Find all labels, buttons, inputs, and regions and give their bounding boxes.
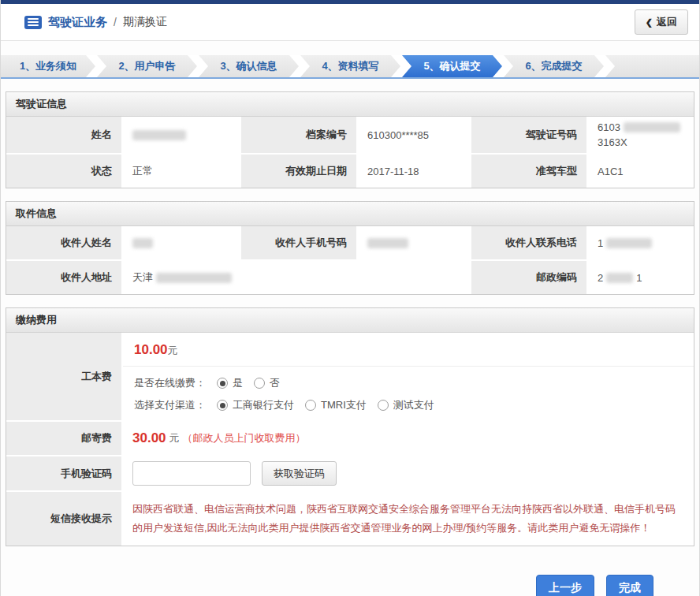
captcha-input[interactable] (132, 461, 251, 486)
breadcrumb-service: 驾驶证业务 (48, 15, 107, 30)
postage-unit: 元 (169, 431, 180, 445)
step-4-fill-data[interactable]: 4、资料填写 (300, 55, 400, 77)
postal-suffix: 1 (636, 272, 642, 284)
fee-amount: 10.00 (134, 342, 168, 357)
fee-cell: 10.00元 是否在线缴费： 是 否 选择支付渠道： (123, 333, 694, 420)
file-no-label: 档案编号 (241, 117, 356, 153)
postage-value: 30.00元 （邮政人员上门收取费用） (123, 422, 694, 455)
recipient-name-value (123, 226, 240, 259)
license-no-prefix: 6103 (598, 121, 620, 133)
expiry-value: 2017-11-18 (358, 155, 470, 188)
address-label: 收件人地址 (6, 261, 121, 294)
captcha-label: 手机验证码 (6, 456, 121, 490)
step-2-declaration[interactable]: 2、用户申告 (97, 55, 197, 77)
radio-selected-icon (217, 400, 228, 411)
pay-channel-caption: 选择支付渠道： (134, 398, 206, 412)
license-section-title: 驾驶证信息 (6, 92, 694, 117)
previous-step-button[interactable]: 上一步 (536, 575, 594, 596)
postage-note: （邮政人员上门收取费用） (183, 431, 306, 445)
payment-section: 缴纳费用 工本费 10.00元 是否在线缴费： 是 否 (6, 307, 694, 546)
step-wizard: 1、业务须知 2、用户申告 3、确认信息 4、资料填写 5、确认提交 6、完成提… (1, 55, 699, 79)
channel-tmri-label: TMRI支付 (321, 398, 367, 412)
recipient-name-label: 收件人姓名 (6, 226, 121, 259)
recipient-phone-prefix: 1 (598, 237, 603, 249)
pickup-section-title: 取件信息 (6, 202, 694, 226)
redacted-license-no (624, 122, 680, 132)
postal-code-label: 邮政编码 (471, 261, 586, 294)
chevron-left-icon: ❮ (646, 17, 653, 28)
recipient-phone-value: 1 (588, 226, 694, 259)
radio-selected-icon (217, 378, 228, 389)
breadcrumb-separator: / (114, 16, 117, 28)
postal-code-value: 2 1 (588, 261, 694, 294)
back-button-label: 返回 (657, 15, 677, 29)
online-pay-option-no[interactable]: 否 (254, 376, 280, 390)
page-header: 驾驶证业务 / 期满换证 ❮ 返回 (1, 4, 699, 41)
postage-amount: 30.00 (132, 430, 166, 446)
expiry-label: 有效期止日期 (241, 155, 356, 188)
breadcrumb: 驾驶证业务 / 期满换证 (24, 15, 167, 30)
list-icon (24, 16, 42, 29)
back-button[interactable]: ❮ 返回 (635, 9, 688, 35)
step-bar-filler (605, 55, 699, 77)
postal-prefix: 2 (598, 272, 603, 284)
fee-amount-line: 10.00元 (123, 333, 694, 367)
online-pay-row: 是否在线缴费： 是 否 (134, 376, 683, 390)
channel-option-tmri[interactable]: TMRI支付 (305, 398, 367, 412)
online-pay-yes-label: 是 (233, 376, 243, 390)
address-prefix: 天津 (132, 270, 153, 285)
name-label: 姓名 (6, 117, 121, 153)
radio-unselected-icon (305, 400, 316, 411)
radio-unselected-icon (254, 378, 265, 389)
channel-icbc-label: 工商银行支付 (233, 398, 294, 412)
postage-label: 邮寄费 (6, 422, 121, 455)
pickup-info-section: 取件信息 收件人姓名 收件人手机号码 收件人联系电话 1 收件人地址 天津 邮政… (6, 201, 694, 295)
redacted-recipient-name (132, 238, 153, 248)
finish-button[interactable]: 完成 (606, 575, 653, 596)
get-captcha-button[interactable]: 获取验证码 (262, 461, 337, 486)
captcha-row: 获取验证码 (123, 456, 694, 490)
recipient-mobile-value (358, 226, 470, 259)
name-value (123, 117, 240, 153)
sms-notice-value: 因陕西省联通、电信运营商技术问题，陕西省互联网交通安全综合服务管理平台无法向持陕… (123, 492, 694, 546)
radio-unselected-icon (378, 400, 389, 411)
redacted-recipient-phone (606, 238, 652, 248)
vehicle-type-value: A1C1 (588, 155, 694, 188)
sms-notice-label: 短信接收提示 (6, 492, 121, 546)
footer-actions: 上一步 完成 (1, 546, 699, 596)
file-no-value: 610300****85 (358, 117, 470, 153)
license-no-label: 驾驶证号码 (471, 117, 586, 153)
sms-notice-text: 因陕西省联通、电信运营商技术问题，陕西省互联网交通安全综合服务管理平台无法向持陕… (132, 497, 684, 541)
step-1-notice[interactable]: 1、业务须知 (1, 55, 95, 77)
online-pay-caption: 是否在线缴费： (134, 376, 206, 390)
channel-test-label: 测试支付 (393, 398, 434, 412)
fee-unit: 元 (168, 345, 178, 356)
channel-option-icbc[interactable]: 工商银行支付 (217, 398, 294, 412)
status-value: 正常 (123, 155, 240, 188)
address-value: 天津 (123, 261, 470, 294)
pay-channel-row: 选择支付渠道： 工商银行支付 TMRI支付 测试支付 (134, 398, 683, 412)
redacted-address (156, 273, 232, 283)
recipient-phone-label: 收件人联系电话 (471, 226, 586, 259)
vehicle-type-label: 准驾车型 (471, 155, 586, 188)
step-6-complete[interactable]: 6、完成提交 (504, 55, 604, 77)
status-label: 状态 (6, 155, 121, 188)
online-pay-no-label: 否 (270, 376, 280, 390)
redacted-postal (606, 273, 633, 283)
breadcrumb-page: 期满换证 (123, 15, 167, 29)
payment-section-title: 缴纳费用 (6, 308, 694, 333)
step-5-confirm-submit[interactable]: 5、确认提交 (402, 55, 502, 77)
fee-label: 工本费 (6, 333, 121, 420)
online-pay-option-yes[interactable]: 是 (217, 376, 243, 390)
license-no-suffix: 3163X (598, 136, 627, 148)
redacted-recipient-mobile (367, 238, 408, 248)
recipient-mobile-label: 收件人手机号码 (241, 226, 356, 259)
channel-option-test[interactable]: 测试支付 (378, 398, 434, 412)
step-3-confirm-info[interactable]: 3、确认信息 (199, 55, 299, 77)
license-no-value: 6103 3163X (588, 117, 694, 153)
redacted-name (132, 130, 186, 140)
license-info-section: 驾驶证信息 姓名 档案编号 610300****85 驾驶证号码 6103 31… (6, 91, 694, 188)
